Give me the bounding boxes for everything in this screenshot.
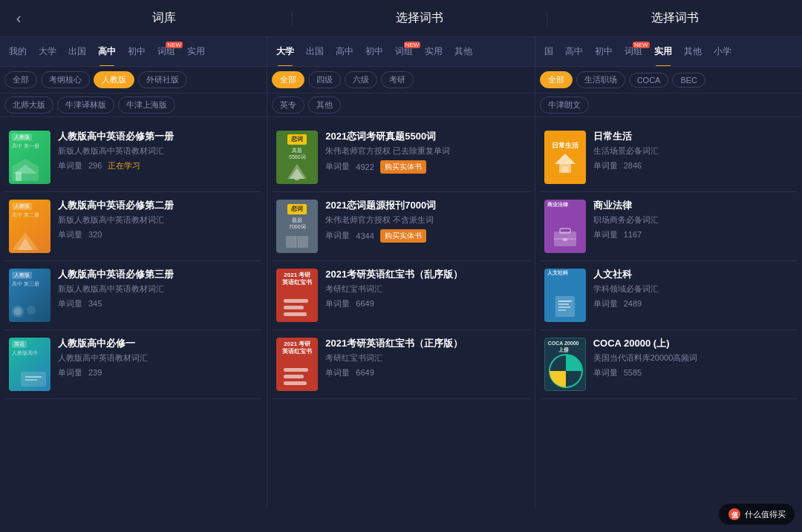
book-info: 人教版高中英语必修第二册 新版人教版高中英语教材词汇 单词量 320 [58,200,258,240]
book-title: 人教版高中英语必修第一册 [58,131,258,143]
tab-highschool[interactable]: 高中 [92,37,122,66]
tree-icon [286,162,308,180]
svg-rect-26 [558,303,569,305]
list-item[interactable]: 恋词 真题5500词 2021恋词考研真题5500词 朱伟老师官方授权 已去除重… [272,123,529,192]
tab2-university[interactable]: 大学 [270,37,300,66]
filter-life[interactable]: 生活职场 [576,71,625,88]
book-info: 2021考研英语红宝书（乱序版） 考研红宝书词汇 单词量 6649 [325,269,525,309]
filter-coca[interactable]: COCA [629,73,669,88]
header-section-select2: 选择词书 [547,10,802,26]
tab3-phrases[interactable]: 词组NEW [619,37,648,66]
book-meta: 单词量 296 正在学习 [58,160,258,171]
open-book-icon [286,232,308,249]
filter-row-2: 北师大版 牛津译林版 牛津上海版 英专 其他 牛津朗文 [0,93,802,117]
list-item[interactable]: 2021 考研英语红宝书 2021考研英语红宝书（乱序版） 考研红宝书词汇 单词… [272,261,529,330]
tab2-highschool[interactable]: 高中 [330,37,359,66]
word-count-label: 单词量 [593,298,618,309]
tab3-midschool[interactable]: 初中 [589,37,619,66]
tab2-other[interactable]: 其他 [449,37,478,66]
svg-rect-16 [296,236,299,248]
book-cover: 人文社科 [544,269,586,322]
book-meta: 单词量 1167 [593,229,793,240]
svg-point-6 [14,308,22,315]
filter-cet6[interactable]: 六级 [345,71,377,88]
filter-section-3: 全部 生活职场 COCA BEC [535,67,802,93]
tab-abroad[interactable]: 出国 [62,37,92,66]
tab2-practical[interactable]: 实用 [419,37,449,66]
tab3-primary[interactable]: 小学 [708,37,737,66]
filter-row-1: 全部 考纲核心 人教版 外研社版 全部 四级 六级 考研 全部 生活职场 COC… [0,67,802,93]
book-subtitle: 朱伟老师官方授权 已去除重复单词 [325,145,525,157]
filter-oxford-longman[interactable]: 牛津朗文 [540,96,589,114]
filter-yingzhuan[interactable]: 英专 [272,96,304,114]
book-cover: 恋词 真题5500词 [276,131,318,184]
back-button[interactable]: ‹ [0,10,37,27]
word-count: 2846 [624,161,642,170]
svg-rect-10 [25,379,37,381]
studying-badge: 正在学习 [108,160,140,171]
tabs-section-1: 我的 大学 出国 高中 初中 词组NEW 实用 [0,37,267,66]
list-item[interactable]: 恋词 题源7000词 2021恋词题源报刊7000词 朱伟老师官方授权 不含派生… [272,192,529,261]
tab3-other[interactable]: 其他 [678,37,708,66]
word-count: 296 [88,161,102,170]
tab-my[interactable]: 我的 [3,37,33,66]
filter-oxford-yilin[interactable]: 牛津译林版 [57,96,114,114]
list-item[interactable]: 人教版 高中 第二册 人教版高中英语必修第二册 新版人教版高中英语教材词汇 单词… [4,192,262,261]
book-meta: 单词量 5585 [593,367,793,378]
svg-rect-23 [554,238,576,240]
tab3-highschool[interactable]: 高中 [559,37,589,66]
list-item[interactable]: 英语 人教版高中 人教版高中必修一 人教版高中英语教材词汇 单词量 239 [4,330,262,399]
filter-waiyanban[interactable]: 外研社版 [138,71,187,88]
filter-kaoganghe[interactable]: 考纲核心 [41,71,90,88]
list-item[interactable]: 商业法律 商业法律 职场商务必备词汇 单词量 1167 [540,192,798,261]
buy-badge[interactable]: 购买实体书 [380,229,426,243]
new-badge: NEW [166,42,183,48]
word-count-label: 单词量 [325,230,350,241]
list-item[interactable]: 人教版 高中 第一册 人教版高中英语必修第一册 新版人教版高中英语教材词汇 单词… [4,123,262,192]
tab2-abroad[interactable]: 出国 [300,37,330,66]
filter-kaoyan[interactable]: 考研 [381,71,414,88]
house-icon [553,152,577,173]
book-title: 人教版高中必修一 [58,338,258,350]
list-item[interactable]: 人文社科 人文社科 学科领域必备词汇 单词量 2489 [540,261,798,330]
list-item[interactable]: 日常生活 日常生活 生活场景必备词汇 单词量 2846 [540,123,798,192]
book-info: 2021恋词考研真题5500词 朱伟老师官方授权 已去除重复单词 单词量 492… [325,131,525,174]
buy-badge[interactable]: 购买实体书 [380,160,426,174]
filter-all-1[interactable]: 全部 [4,71,37,88]
list-item[interactable]: 人教版 高中 第三册 人教版高中英语必修第三册 新版人教版高中英语教材词汇 单词… [4,261,262,330]
tab3-practical[interactable]: 实用 [648,37,678,66]
content-section-1: 人教版 高中 第一册 人教版高中英语必修第一册 新版人教版高中英语教材词汇 单词… [0,117,267,508]
cover-decoration [10,297,40,319]
tab-midschool[interactable]: 初中 [122,37,151,66]
tab2-phrases[interactable]: 词组NEW [389,37,419,66]
new-badge3: NEW [633,42,650,48]
tab2-midschool[interactable]: 初中 [359,37,389,66]
book-subtitle: 新版人教版高中英语教材词汇 [58,145,258,157]
tab-university[interactable]: 大学 [33,37,62,66]
svg-rect-25 [558,301,572,302]
filter-all-2[interactable]: 全部 [272,71,304,88]
watermark: 值 什么值得买 [719,504,795,525]
book-subtitle: 新版人教版高中英语教材词汇 [58,214,258,226]
tab-phrases[interactable]: 词组NEW [151,37,181,66]
book-info: COCA 20000 (上) 美国当代语料库20000高频词 单词量 5585 [593,338,793,378]
filter-oxford-shanghai[interactable]: 牛津上海版 [118,96,175,114]
svg-rect-13 [295,179,299,180]
book-cover: 人教版 高中 第三册 [9,269,50,322]
filter-other-2[interactable]: 其他 [308,96,341,114]
filter-cet4[interactable]: 四级 [308,71,341,88]
document-icon [552,295,578,317]
book-meta: 单词量 6649 [325,367,525,378]
list-item[interactable]: COCA 20000上册 COCA 20000 (上) 美国当代语料库20000… [540,330,798,399]
book-info: 2021恋词题源报刊7000词 朱伟老师官方授权 不含派生词 单词量 4344 … [325,200,525,243]
list-item[interactable]: 2021 考研英语红宝书 2021考研英语红宝书（正序版） 考研红宝书词汇 单词… [272,330,529,399]
filter-bec[interactable]: BEC [672,73,705,88]
tab-practical[interactable]: 实用 [181,37,211,66]
filter-beishida[interactable]: 北师大版 [4,96,53,114]
filter-all-3[interactable]: 全部 [540,71,573,88]
filter-section-2: 全部 四级 六级 考研 [267,67,535,93]
filter-renjiaoban[interactable]: 人教版 [94,71,134,88]
word-count: 6649 [356,368,374,377]
word-count-label: 单词量 [58,160,82,171]
tab3-country[interactable]: 国 [538,37,559,66]
